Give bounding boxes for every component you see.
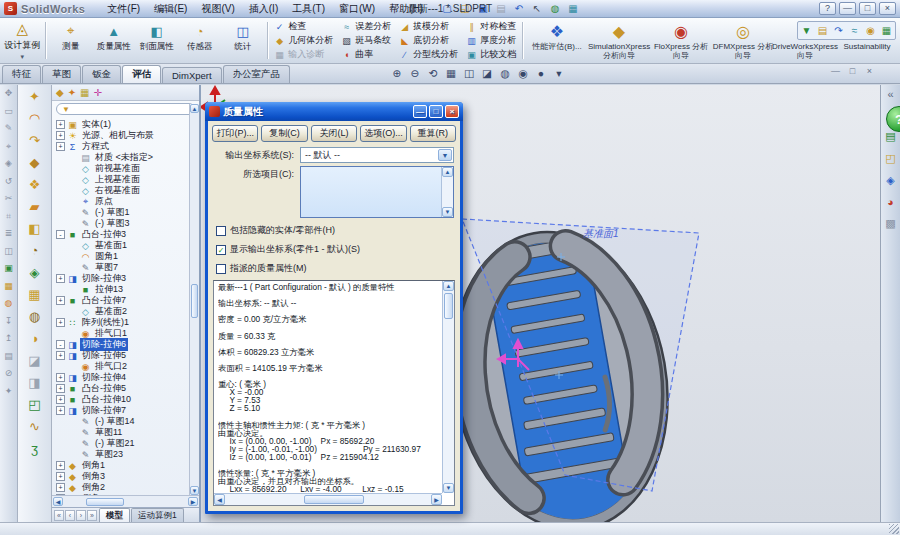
dialog-button[interactable]: 重算(R) — [410, 125, 456, 142]
dimxpertmanager-tab-icon[interactable]: ✛ — [94, 87, 102, 98]
checkbox-icon[interactable]: ✓ — [216, 245, 226, 255]
print-icon[interactable]: ▤ — [493, 2, 509, 16]
dialog-close-button[interactable]: × — [445, 105, 459, 118]
options-icon[interactable]: ▦ — [565, 2, 581, 16]
dialog-button[interactable]: 关闭(L) — [311, 125, 357, 142]
zebra-stripes-button[interactable]: ▧ 斑马条纹 — [338, 34, 394, 48]
tree-item[interactable]: + ◆ 倒角2 — [54, 482, 189, 493]
design-study-button[interactable]: ◬ 设计算例 ▾ — [2, 19, 42, 62]
menu-item[interactable]: 窗口(W) — [332, 1, 382, 17]
orange-box-icon[interactable]: ◍ — [5, 298, 13, 309]
sketch-tool-icon[interactable]: ✎ — [5, 123, 13, 134]
configurationmanager-tab-icon[interactable]: ▦ — [80, 87, 89, 98]
floxpress-wizard-button[interactable]: ◉ FloXpress 分析向导 — [650, 19, 712, 62]
undercut-analysis-button[interactable]: ◣ 底切分析 — [396, 34, 461, 48]
curve-feature-icon[interactable]: ∿ — [29, 420, 40, 434]
edit-appearance-icon[interactable]: ◉ — [516, 66, 530, 80]
view-settings-icon[interactable]: ▾ — [552, 66, 566, 80]
featuremanager-tab-icon[interactable]: ◆ — [56, 87, 64, 98]
helix-feature-icon[interactable]: ʒ — [31, 442, 38, 456]
expand-toggle[interactable]: - — [56, 340, 65, 349]
parting-line-analysis-button[interactable]: ∕ 分型线分析 — [396, 48, 461, 62]
dialog-button[interactable]: 打印(P)... — [212, 125, 258, 142]
command-tab[interactable]: 特征 — [2, 65, 41, 83]
spark-tool-icon[interactable]: ✦ — [5, 386, 13, 397]
rect-icon[interactable]: ▭ — [4, 106, 13, 117]
scroll-down-button[interactable]: ▼ — [443, 483, 454, 493]
green-box-icon[interactable]: ▣ — [4, 263, 13, 274]
display-style-icon[interactable]: ◪ — [480, 66, 494, 80]
menu-item[interactable]: 视图(V) — [194, 1, 241, 17]
scroll-thumb[interactable] — [86, 498, 124, 506]
mass-properties-report[interactable]: 最新---1 ( Part Configuration - 默认 ) 的质量特性… — [213, 280, 455, 506]
save-icon[interactable]: ▣ — [475, 2, 491, 16]
scroll-thumb[interactable] — [444, 293, 453, 319]
deviation-analysis-button[interactable]: ≈ 误差分析 — [338, 20, 394, 34]
layers-tool-icon[interactable]: ▤ — [4, 351, 13, 362]
scroll-up-button[interactable]: ▲ — [443, 281, 454, 291]
zoom-fit-icon[interactable]: ⊕ — [390, 66, 404, 80]
expand-toggle[interactable]: + — [56, 351, 65, 360]
menu-item[interactable]: 帮助(H) — [382, 1, 430, 17]
appearances-icon[interactable]: ◕ — [887, 196, 894, 208]
scroll-up-button[interactable]: ▲ — [190, 104, 199, 113]
origin-tool-icon[interactable]: ⌖ — [6, 141, 11, 152]
redo-view-icon[interactable]: ↷ — [831, 23, 846, 38]
scroll-down-button[interactable]: ▼ — [442, 207, 453, 217]
expand-toggle[interactable]: + — [56, 296, 65, 305]
close-button[interactable]: × — [879, 2, 896, 15]
scroll-left-button[interactable]: ◀ — [214, 494, 225, 505]
file-explorer-icon[interactable]: ◰ — [885, 152, 895, 165]
statistics-button[interactable]: ◫ 统计 — [221, 19, 264, 62]
scroll-right-button[interactable]: ▶ — [188, 497, 198, 506]
custom-properties-icon[interactable]: ▩ — [885, 217, 895, 230]
expand-toggle[interactable]: + — [56, 274, 65, 283]
doc-restore-button[interactable]: □ — [846, 66, 859, 76]
window-layout-icon[interactable]: ▤ — [815, 23, 830, 38]
scroll-thumb[interactable] — [304, 495, 364, 504]
tree-item[interactable]: + ◆ 倒角4 — [54, 493, 189, 495]
curvature-button[interactable]: ◖ 曲率 — [338, 48, 394, 62]
zoom-area-icon[interactable]: ⊖ — [408, 66, 422, 80]
selected-items-box[interactable]: ▲ ▼ — [300, 166, 454, 218]
grid-tool-icon[interactable]: ⌗ — [6, 211, 11, 222]
menu-item[interactable]: 工具(T) — [285, 1, 332, 17]
chevron-down-icon[interactable]: ▼ — [438, 149, 452, 161]
draft-feature-icon[interactable]: ◔ — [31, 244, 39, 258]
selected-items-scrollbar[interactable]: ▲ ▼ — [441, 167, 453, 217]
scroll-down-button[interactable]: ▼ — [190, 486, 199, 495]
help-button[interactable]: ? — [819, 2, 836, 15]
rotate-tool-icon[interactable]: ↺ — [5, 176, 13, 187]
chamfer-feature-icon[interactable]: ◆ — [30, 156, 40, 170]
propertymanager-tab-icon[interactable]: ✦ — [68, 87, 76, 98]
scroll-right-button[interactable]: ▶ — [431, 494, 442, 505]
dialog-checkbox[interactable]: 指派的质量属性(M) — [216, 262, 452, 275]
section-properties-button[interactable]: ◧ 剖面属性 — [135, 19, 178, 62]
resize-grip[interactable] — [889, 524, 899, 534]
tree-item[interactable]: + ☀ 光源、相机与布景 — [54, 130, 189, 141]
grid-icon[interactable]: ▦ — [879, 23, 894, 38]
minimize-button[interactable]: — — [839, 2, 856, 15]
bottom-tab[interactable]: 运动算例1 — [131, 508, 184, 523]
menu-item[interactable]: 编辑(E) — [147, 1, 194, 17]
command-tab[interactable]: 评估 — [122, 65, 161, 83]
simulationxpress-wizard-button[interactable]: ◆ SimulationXpress 分析向导 — [588, 19, 650, 62]
dialog-checkbox[interactable]: ✓ 显示输出坐标系(零件1 - 默认)(S) — [216, 243, 452, 256]
diamond-tool-icon[interactable]: ◈ — [5, 158, 12, 169]
command-tab[interactable]: 钣金 — [82, 65, 121, 83]
loft-feature-icon[interactable]: ❖ — [29, 178, 41, 192]
doc-minimize-button[interactable]: — — [829, 66, 842, 76]
down-tool-icon[interactable]: ↧ — [5, 316, 13, 327]
dome-feature-icon[interactable]: ◍ — [29, 310, 40, 324]
target-icon[interactable]: ◉ — [863, 23, 878, 38]
mirror-feature-icon[interactable]: ◑ — [31, 332, 39, 346]
tree-item[interactable]: ◇ 基准面1 — [54, 240, 189, 251]
checkbox-icon[interactable] — [216, 264, 226, 274]
first-tab-button[interactable]: « — [54, 510, 64, 521]
sweep-feature-icon[interactable]: ↷ — [29, 134, 40, 148]
rebuild-traffic-light-icon[interactable]: ◍ — [547, 2, 563, 16]
expand-toggle[interactable]: + — [56, 472, 65, 481]
folder-feature-icon[interactable]: ◰ — [28, 398, 40, 412]
gray2-feature-icon[interactable]: ◨ — [28, 376, 40, 390]
scroll-thumb[interactable] — [191, 284, 198, 318]
